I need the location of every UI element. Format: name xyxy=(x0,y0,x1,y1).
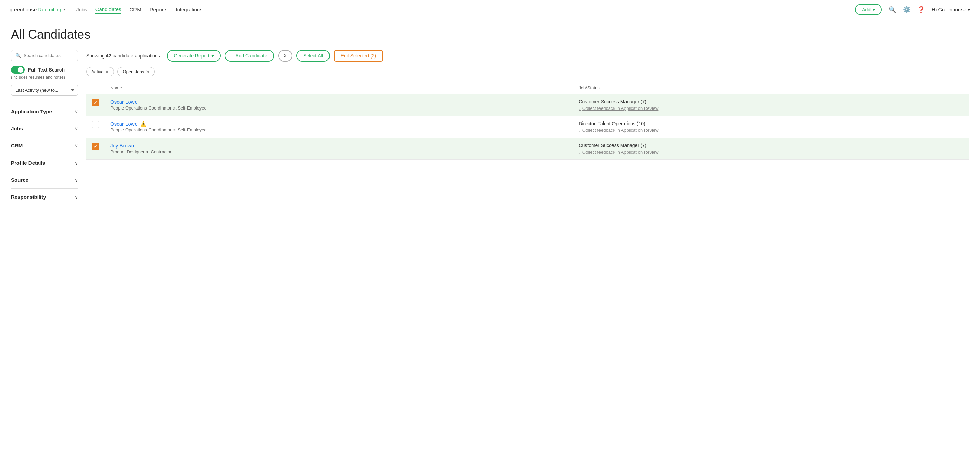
sort-select[interactable]: Last Activity (new to... xyxy=(11,84,78,96)
nav-crm[interactable]: CRM xyxy=(130,5,141,14)
row-0-name-cell: Oscar Lowe People Operations Coordinator… xyxy=(105,94,573,116)
row-2-feedback-link[interactable]: ↓ Collect feedback in Application Review xyxy=(579,150,964,155)
page: All Candidates 🔍 Full Text Search (Inclu… xyxy=(0,19,980,213)
row-0-job-cell: Customer Success Manager (7) ↓ Collect f… xyxy=(573,94,969,116)
row-0-candidate-name[interactable]: Oscar Lowe xyxy=(110,99,138,105)
row-2-candidate-sub: Product Designer at Contractor xyxy=(110,149,568,154)
full-text-note: (Includes resumes and notes) xyxy=(11,75,78,80)
brand-text: greenhouse Recruiting xyxy=(10,6,61,12)
row-0-checkbox[interactable] xyxy=(92,99,99,107)
filter-application-type-title: Application Type xyxy=(11,108,52,114)
row-0-checkbox-cell xyxy=(86,94,105,116)
row-0-feedback-link[interactable]: ↓ Collect feedback in Application Review xyxy=(579,106,964,111)
generate-report-button[interactable]: Generate Report ▾ xyxy=(167,50,221,62)
navbar: greenhouse Recruiting ▾ Jobs Candidates … xyxy=(0,0,980,19)
nav-candidates[interactable]: Candidates xyxy=(95,5,121,14)
clear-selection-button[interactable]: X xyxy=(278,50,292,62)
table-row: Joy Brown Product Designer at Contractor… xyxy=(86,138,969,160)
add-chevron-icon: ▾ xyxy=(873,7,875,12)
nav-jobs[interactable]: Jobs xyxy=(76,5,87,14)
generate-report-chevron-icon: ▾ xyxy=(212,53,214,59)
filter-responsibility-title: Responsibility xyxy=(11,194,46,200)
job-status-column-header: Job/Status xyxy=(573,82,969,94)
search-box[interactable]: 🔍 xyxy=(11,50,78,61)
row-1-alert-icon: ⚠️ xyxy=(140,121,146,127)
toolbar: Showing 42 candidate applications Genera… xyxy=(86,50,969,62)
row-0-job-title: Customer Success Manager (7) xyxy=(579,99,964,104)
table-row: Oscar Lowe ⚠️ People Operations Coordina… xyxy=(86,116,969,138)
row-0-candidate-sub: People Operations Coordinator at Self-Em… xyxy=(110,105,568,111)
filter-responsibility: Responsibility ∨ xyxy=(11,188,78,205)
filter-source-title: Source xyxy=(11,177,29,183)
select-all-button[interactable]: Select All xyxy=(296,50,330,62)
row-1-checkbox[interactable] xyxy=(92,121,99,128)
brand-logo[interactable]: greenhouse Recruiting ▾ xyxy=(10,6,65,12)
filter-profile-details-chevron: ∨ xyxy=(75,160,78,166)
user-chevron-icon: ▾ xyxy=(968,6,970,13)
settings-icon[interactable]: ⚙️ xyxy=(903,6,910,13)
active-filters: Active ✕ Open Jobs ✕ xyxy=(86,67,969,76)
filter-tag-open-jobs[interactable]: Open Jobs ✕ xyxy=(118,67,155,76)
add-candidate-button[interactable]: + Add Candidate xyxy=(225,50,274,62)
edit-selected-button[interactable]: Edit Selected (2) xyxy=(334,50,383,62)
row-2-checkbox[interactable] xyxy=(92,143,99,150)
checkbox-column-header xyxy=(86,82,105,94)
filter-jobs: Jobs ∨ xyxy=(11,120,78,137)
row-1-feedback-link[interactable]: ↓ Collect feedback in Application Review xyxy=(579,127,964,133)
user-menu[interactable]: Hi Greenhouse ▾ xyxy=(932,6,970,13)
filter-jobs-title: Jobs xyxy=(11,126,23,131)
main-layout: 🔍 Full Text Search (Includes resumes and… xyxy=(11,50,969,205)
row-1-job-cell: Director, Talent Operations (10) ↓ Colle… xyxy=(573,116,969,138)
filter-application-type: Application Type ∨ xyxy=(11,103,78,120)
filter-crm-chevron: ∨ xyxy=(75,143,78,148)
filter-crm: CRM ∨ xyxy=(11,137,78,154)
filter-application-type-chevron: ∨ xyxy=(75,109,78,114)
row-2-candidate-name[interactable]: Joy Brown xyxy=(110,143,134,148)
filter-profile-details-title: Profile Details xyxy=(11,160,45,166)
full-text-label: Full Text Search xyxy=(28,67,65,73)
nav-integrations[interactable]: Integrations xyxy=(175,5,202,14)
table-row: Oscar Lowe People Operations Coordinator… xyxy=(86,94,969,116)
nav-links: Jobs Candidates CRM Reports Integrations xyxy=(76,5,202,14)
filter-crm-title: CRM xyxy=(11,143,22,148)
nav-right: Add ▾ 🔍 ⚙️ ❓ Hi Greenhouse ▾ xyxy=(855,4,970,15)
name-column-header: Name xyxy=(105,82,573,94)
row-1-name-cell: Oscar Lowe ⚠️ People Operations Coordina… xyxy=(105,116,573,138)
filter-source-chevron: ∨ xyxy=(75,177,78,183)
sidebar: 🔍 Full Text Search (Includes resumes and… xyxy=(11,50,86,205)
search-input[interactable] xyxy=(24,53,73,58)
row-1-job-title: Director, Talent Operations (10) xyxy=(579,121,964,126)
table-header: Name Job/Status xyxy=(86,82,969,94)
row-2-job-cell: Customer Success Manager (7) ↓ Collect f… xyxy=(573,138,969,160)
row-2-job-title: Customer Success Manager (7) xyxy=(579,143,964,148)
row-2-name-cell: Joy Brown Product Designer at Contractor xyxy=(105,138,573,160)
showing-text: Showing 42 candidate applications xyxy=(86,53,160,59)
nav-reports[interactable]: Reports xyxy=(150,5,168,14)
row-2-checkbox-cell xyxy=(86,138,105,160)
help-icon[interactable]: ❓ xyxy=(917,6,925,13)
search-icon[interactable]: 🔍 xyxy=(889,6,896,13)
add-button[interactable]: Add ▾ xyxy=(855,4,882,15)
search-input-icon: 🔍 xyxy=(15,53,21,58)
candidates-table-body: Oscar Lowe People Operations Coordinator… xyxy=(86,94,969,160)
row-1-checkbox-cell xyxy=(86,116,105,138)
content-area: Showing 42 candidate applications Genera… xyxy=(86,50,969,205)
filter-source: Source ∨ xyxy=(11,171,78,188)
remove-active-filter-icon[interactable]: ✕ xyxy=(105,70,109,74)
row-1-candidate-name[interactable]: Oscar Lowe xyxy=(110,121,138,127)
remove-open-jobs-filter-icon[interactable]: ✕ xyxy=(146,70,150,74)
full-text-toggle[interactable] xyxy=(11,66,25,73)
page-title: All Candidates xyxy=(11,27,969,42)
full-text-row: Full Text Search xyxy=(11,66,78,73)
filter-profile-details: Profile Details ∨ xyxy=(11,154,78,171)
candidates-table: Name Job/Status Oscar Lowe xyxy=(86,82,969,160)
row-1-candidate-sub: People Operations Coordinator at Self-Em… xyxy=(110,127,568,132)
filter-responsibility-chevron: ∨ xyxy=(75,194,78,200)
filter-tag-active[interactable]: Active ✕ xyxy=(86,67,114,76)
brand-chevron-icon: ▾ xyxy=(63,7,65,12)
filter-jobs-chevron: ∨ xyxy=(75,126,78,131)
